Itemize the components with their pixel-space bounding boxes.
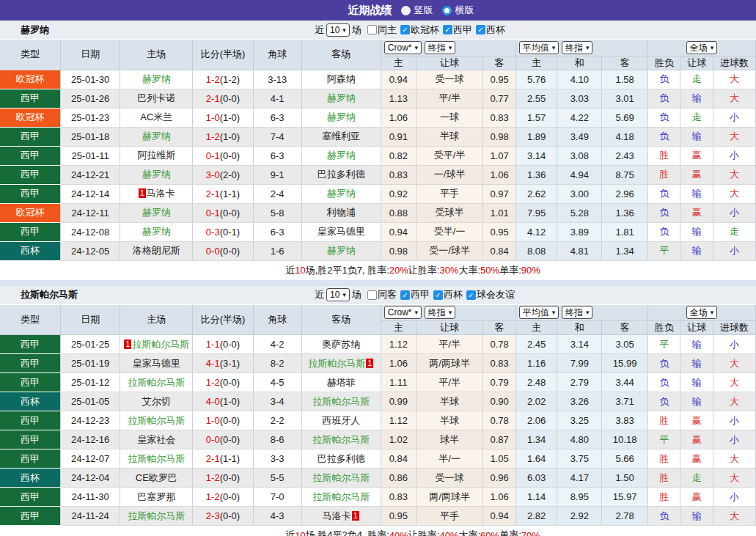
- filter-checkbox-西杯[interactable]: ✓西杯: [476, 23, 505, 37]
- filter-checkbox-球会友谊[interactable]: ✓球会友谊: [466, 288, 515, 301]
- score-cell: 1-2(0-0): [193, 488, 253, 507]
- summary-text: 90%: [521, 265, 540, 276]
- fullmatch-select[interactable]: 全场▾: [686, 306, 718, 319]
- result-handicap: 赢: [680, 449, 713, 469]
- handicap: 两/两球半: [416, 488, 483, 507]
- filter-checkbox-西甲[interactable]: ✓西甲: [443, 23, 472, 37]
- checkbox-icon[interactable]: ✓: [433, 290, 443, 300]
- match-row: 西甲24-12-21赫罗纳3-0(2-0)9-1巴拉多利德0.83一/球半1.0…: [0, 165, 756, 184]
- col-handicap-result: 让球: [680, 321, 713, 335]
- checkbox-icon[interactable]: ✓: [443, 25, 452, 34]
- checkbox-icon[interactable]: [367, 290, 377, 300]
- checkbox-icon[interactable]: [367, 25, 377, 34]
- full-score: 1-2: [206, 74, 220, 85]
- recent-count-select[interactable]: 10▾: [326, 288, 350, 301]
- col-goals: 进球数: [713, 56, 756, 70]
- team-name: 赫罗纳: [327, 245, 356, 256]
- recent-count-select[interactable]: 10▾: [326, 23, 350, 37]
- fullmatch-select[interactable]: 全场▾: [686, 41, 718, 54]
- avg-home: 2.45: [515, 335, 557, 354]
- result-goals: 大: [713, 354, 756, 373]
- avg-away: 2.78: [602, 507, 648, 526]
- away-team: 利物浦: [301, 203, 381, 222]
- chevron-down-icon: ▾: [342, 290, 346, 300]
- score-cell: 0-0(0-0): [193, 430, 253, 449]
- result-winloss: 胜: [648, 411, 680, 430]
- corners: 8-2: [253, 354, 301, 373]
- checkbox-icon[interactable]: ✓: [400, 25, 410, 34]
- final-odds-select[interactable]: 终指▾: [425, 306, 456, 319]
- score-cell: 3-0(2-0): [193, 165, 253, 184]
- chevron-down-icon: ▾: [342, 25, 346, 35]
- corners: 3-3: [253, 449, 301, 469]
- col-away: 客场: [301, 305, 381, 335]
- crow-select[interactable]: Crow*▾: [384, 41, 422, 54]
- checkbox-icon[interactable]: ✓: [400, 290, 410, 300]
- games-label: 场: [352, 23, 362, 37]
- filter-checkbox-同主[interactable]: 同主: [367, 23, 397, 37]
- chevron-down-icon: ▾: [552, 307, 556, 317]
- avg-draw: 7.99: [557, 354, 602, 373]
- matches-table: 类型 日期 主场 比分(半场) 角球 客场 Crow*▾ 终指▾ 平均值▾ 终指…: [0, 40, 756, 261]
- team-name: 拉斯帕尔马斯: [312, 434, 370, 445]
- summary-text: 大率:: [458, 264, 480, 277]
- checkbox-icon[interactable]: ✓: [476, 25, 485, 34]
- checkbox-icon[interactable]: ✓: [466, 290, 476, 300]
- league-badge: 西甲: [0, 488, 60, 507]
- col-avg-draw: 和: [557, 321, 602, 335]
- match-row: 西甲24-12-23拉斯帕尔马斯1-0(0-0)2-2西班牙人1.12半球0.7…: [0, 411, 756, 430]
- match-row: 欧冠杯24-12-11赫罗纳0-1(0-0)5-8利物浦0.88受球半1.017…: [0, 203, 756, 222]
- avg-away: 5.66: [602, 449, 648, 469]
- avg-draw: 3.14: [557, 335, 602, 354]
- avg-draw: 3.03: [557, 89, 602, 108]
- half-score: (0-0): [220, 472, 240, 483]
- filter-checkbox-西甲[interactable]: ✓西甲: [400, 288, 430, 301]
- final-odds-select[interactable]: 终指▾: [562, 306, 593, 319]
- home-team: 拉斯帕尔马斯: [120, 507, 193, 526]
- radio-vertical-layout[interactable]: 竖版: [401, 4, 433, 17]
- radio-horizontal-layout[interactable]: 横版: [442, 4, 474, 17]
- handicap: 平/半: [416, 89, 483, 108]
- match-row: 西甲24-12-07拉斯帕尔马斯2-1(1-1)3-3巴拉多利德0.84半/一1…: [0, 449, 756, 469]
- match-date: 25-01-18: [60, 127, 120, 146]
- average-select[interactable]: 平均值▾: [519, 41, 559, 54]
- home-team: 赫罗纳: [120, 165, 193, 184]
- crow-select[interactable]: Crow*▾: [384, 306, 422, 319]
- filter-checkbox-同客[interactable]: 同客: [367, 288, 397, 301]
- score-cell: 0-1(0-0): [193, 203, 253, 222]
- col-odds-home: 主: [381, 56, 416, 70]
- final-odds-select[interactable]: 终指▾: [425, 41, 456, 54]
- full-score: 4-1: [206, 358, 220, 369]
- avg-home: 4.12: [515, 222, 557, 241]
- full-score: 2-1: [206, 188, 220, 199]
- red-badge: 1: [124, 339, 131, 349]
- team-name: 塞维利亚: [322, 131, 360, 142]
- final-odds-select[interactable]: 终指▾: [562, 41, 593, 54]
- team-name: 皇家马德里: [133, 358, 180, 369]
- col-avg-away: 客: [602, 321, 648, 335]
- filter-checkbox-西杯[interactable]: ✓西杯: [433, 288, 463, 301]
- team-name: 赫罗纳: [142, 207, 171, 218]
- col-type: 类型: [0, 305, 60, 335]
- corners: 3-4: [253, 392, 301, 411]
- col-handicap-result: 让球: [680, 56, 713, 70]
- col-avg-home: 主: [515, 56, 557, 70]
- match-date: 24-12-14: [60, 184, 120, 203]
- average-select[interactable]: 平均值▾: [519, 306, 559, 319]
- corners: 5-8: [253, 203, 301, 222]
- red-badge: 1: [139, 188, 146, 198]
- away-team: 赫塔菲: [301, 373, 381, 392]
- match-date: 25-01-12: [60, 373, 120, 392]
- recent-count-value: 10: [330, 290, 340, 300]
- result-handicap: 输: [680, 89, 713, 108]
- corners: 7-4: [253, 127, 301, 146]
- result-handicap: 赢: [680, 488, 713, 507]
- summary-text: 40%: [389, 530, 408, 536]
- home-team: 1马洛卡: [120, 184, 193, 203]
- avg-home: 1.14: [515, 488, 557, 507]
- home-odds: 0.83: [381, 165, 416, 184]
- col-date: 日期: [60, 305, 120, 335]
- away-odds: 1.06: [483, 488, 515, 507]
- filter-checkbox-欧冠杯[interactable]: ✓欧冠杯: [400, 23, 439, 37]
- avg-draw: 3.26: [557, 392, 602, 411]
